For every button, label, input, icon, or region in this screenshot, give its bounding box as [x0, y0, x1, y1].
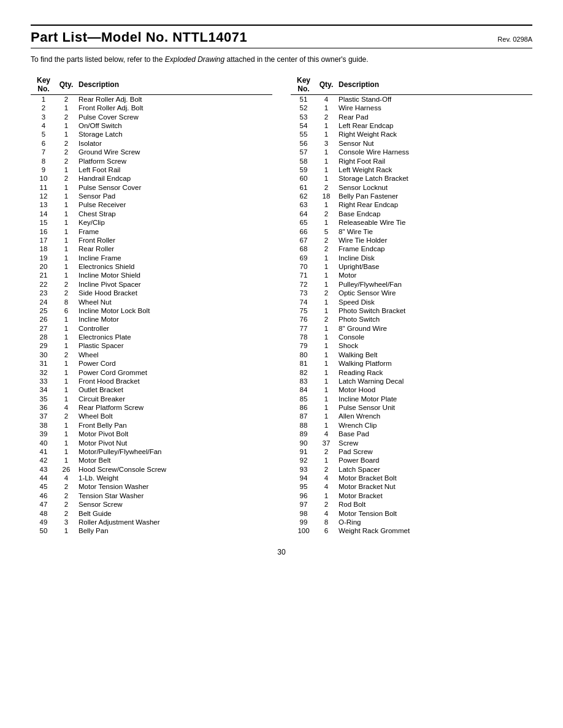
qty-cell: 2 — [316, 183, 336, 192]
table-row: 75 1 Photo Switch Bracket — [291, 306, 532, 315]
right-parts-column: Key No. Qty. Description 51 4 Plastic St… — [291, 75, 532, 536]
table-row: 86 1 Pulse Sensor Unit — [291, 403, 532, 412]
table-row: 56 3 Sensor Nut — [291, 139, 532, 148]
qty-cell: 4 — [56, 403, 76, 412]
table-row: 98 4 Motor Tension Bolt — [291, 509, 532, 517]
table-row: 45 2 Motor Tension Washer — [31, 482, 272, 491]
qty-cell: 2 — [316, 210, 336, 218]
table-row: 32 1 Power Cord Grommet — [31, 368, 272, 376]
key-no-cell: 93 — [291, 465, 316, 474]
key-no-cell: 52 — [291, 104, 316, 112]
desc-cell: Pulse Sensor Cover — [76, 183, 272, 192]
qty-cell: 1 — [316, 491, 336, 500]
key-no-cell: 35 — [31, 395, 56, 403]
table-row: 27 1 Controller — [31, 324, 272, 333]
table-row: 5 1 Storage Latch — [31, 130, 272, 138]
desc-cell: Shock — [336, 341, 532, 350]
desc-cell: Wire Harness — [336, 104, 532, 112]
qty-cell: 6 — [56, 306, 76, 315]
desc-cell: Pulse Cover Screw — [76, 113, 272, 121]
qty-cell: 2 — [316, 289, 336, 297]
qty-cell: 1 — [56, 438, 76, 447]
table-row: 69 1 Incline Disk — [291, 254, 532, 262]
desc-cell: Pulse Receiver — [76, 200, 272, 209]
desc-cell: Belly Pan — [76, 526, 272, 535]
key-no-cell: 12 — [31, 192, 56, 200]
table-row: 31 1 Power Cord — [31, 359, 272, 368]
table-row: 18 1 Rear Roller — [31, 245, 272, 253]
right-qty-header: Qty. — [316, 75, 336, 95]
desc-cell: Side Hood Bracket — [76, 289, 272, 297]
key-no-cell: 2 — [31, 104, 56, 112]
key-no-cell: 62 — [291, 192, 316, 200]
parts-table-wrapper: Key No. Qty. Description 1 2 Rear Roller… — [31, 75, 532, 536]
qty-cell: 2 — [56, 156, 76, 165]
desc-cell: Power Cord Grommet — [76, 368, 272, 376]
table-row: 93 2 Latch Spacer — [291, 465, 532, 474]
desc-cell: Incline Pivot Spacer — [76, 280, 272, 289]
key-no-cell: 47 — [31, 500, 56, 509]
desc-cell: Tension Star Washer — [76, 491, 272, 500]
key-no-cell: 100 — [291, 526, 316, 535]
desc-cell: Motor Belt — [76, 456, 272, 464]
desc-cell: Rear Roller — [76, 245, 272, 253]
qty-cell: 1 — [316, 403, 336, 412]
desc-cell: Motor Pivot Bolt — [76, 430, 272, 438]
qty-cell: 1 — [56, 130, 76, 138]
key-no-cell: 26 — [31, 315, 56, 324]
table-row: 52 1 Wire Harness — [291, 104, 532, 112]
key-no-cell: 58 — [291, 156, 316, 165]
key-no-cell: 98 — [291, 509, 316, 517]
qty-cell: 1 — [316, 385, 336, 394]
table-row: 54 1 Left Rear Endcap — [291, 121, 532, 130]
table-row: 94 4 Motor Bracket Bolt — [291, 474, 532, 482]
table-row: 61 2 Sensor Locknut — [291, 183, 532, 192]
desc-cell: Plastic Stand-Off — [336, 94, 532, 104]
qty-cell: 1 — [316, 121, 336, 130]
desc-cell: Upright/Base — [336, 262, 532, 271]
desc-cell: Wheel — [76, 351, 272, 359]
desc-cell: O-Ring — [336, 518, 532, 526]
table-row: 25 6 Incline Motor Lock Bolt — [31, 306, 272, 315]
left-keyno-header: Key No. — [31, 75, 56, 95]
key-no-cell: 96 — [291, 491, 316, 500]
key-no-cell: 9 — [31, 165, 56, 174]
desc-cell: Front Belly Pan — [76, 421, 272, 430]
qty-cell: 1 — [56, 210, 76, 218]
desc-cell: Console Wire Harness — [336, 148, 532, 156]
table-row: 23 2 Side Hood Bracket — [31, 289, 272, 297]
qty-cell: 1 — [316, 377, 336, 385]
key-no-cell: 64 — [291, 210, 316, 218]
qty-cell: 2 — [316, 113, 336, 121]
desc-cell: Rear Roller Adj. Bolt — [76, 94, 272, 104]
key-no-cell: 70 — [291, 262, 316, 271]
desc-cell: Right Rear Endcap — [336, 200, 532, 209]
desc-cell: Front Roller — [76, 236, 272, 245]
desc-cell: Outlet Bracket — [76, 385, 272, 394]
key-no-cell: 63 — [291, 200, 316, 209]
desc-cell: Screw — [336, 438, 532, 447]
qty-cell: 1 — [56, 447, 76, 456]
qty-cell: 1 — [56, 333, 76, 341]
desc-cell: 1-Lb. Weight — [76, 474, 272, 482]
key-no-cell: 33 — [31, 377, 56, 385]
desc-cell: Front Roller Adj. Bolt — [76, 104, 272, 112]
table-row: 29 1 Plastic Spacer — [31, 341, 272, 350]
qty-cell: 4 — [316, 474, 336, 482]
key-no-cell: 41 — [31, 447, 56, 456]
left-qty-header: Qty. — [56, 75, 76, 95]
table-row: 82 1 Reading Rack — [291, 368, 532, 376]
table-row: 81 1 Walking Platform — [291, 359, 532, 368]
qty-cell: 1 — [56, 245, 76, 253]
key-no-cell: 76 — [291, 315, 316, 324]
table-row: 39 1 Motor Pivot Bolt — [31, 430, 272, 438]
table-row: 37 2 Wheel Bolt — [31, 412, 272, 420]
table-row: 38 1 Front Belly Pan — [31, 421, 272, 430]
key-no-cell: 7 — [31, 148, 56, 156]
table-row: 50 1 Belly Pan — [31, 526, 272, 535]
qty-cell: 1 — [316, 148, 336, 156]
desc-cell: Console — [336, 333, 532, 341]
qty-cell: 8 — [316, 518, 336, 526]
table-row: 42 1 Motor Belt — [31, 456, 272, 464]
desc-cell: Pad Screw — [336, 447, 532, 456]
